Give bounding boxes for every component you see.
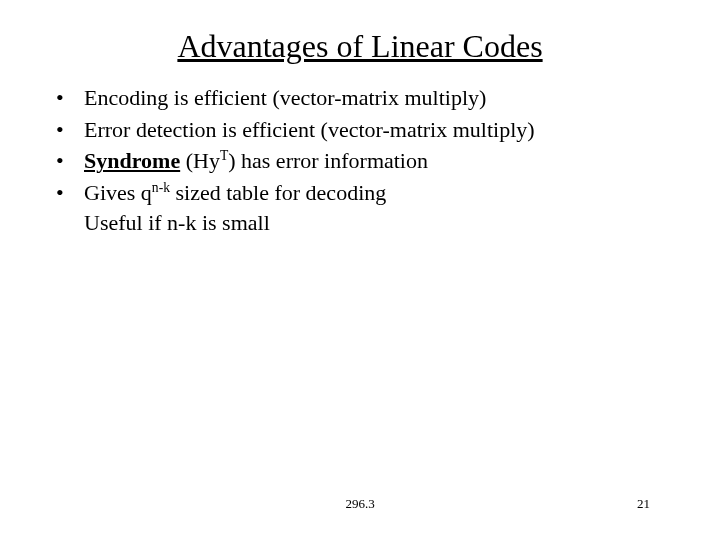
bullet-icon: • [56, 83, 64, 113]
slide-title: Advantages of Linear Codes [0, 0, 720, 65]
slide-body: • Encoding is efficient (vector-matrix m… [0, 65, 720, 237]
bullet-text: Encoding is efficient (vector-matrix mul… [84, 85, 486, 110]
list-item: • Gives qn-k sized table for decodingUse… [50, 178, 670, 237]
bullet-icon: • [56, 178, 64, 208]
superscript: n-k [152, 180, 170, 195]
bullet-icon: • [56, 146, 64, 176]
slide: Advantages of Linear Codes • Encoding is… [0, 0, 720, 540]
footer-center: 296.3 [0, 496, 720, 512]
bullet-text: Syndrome (HyT) has error information [84, 148, 428, 173]
bullet-list: • Encoding is efficient (vector-matrix m… [50, 83, 670, 237]
page-number: 21 [637, 496, 650, 512]
superscript: T [220, 148, 228, 163]
bullet-icon: • [56, 115, 64, 145]
syndrome-label: Syndrome [84, 148, 180, 173]
bullet-text: Gives qn-k sized table for decodingUsefu… [84, 180, 386, 235]
list-item: • Error detection is efficient (vector-m… [50, 115, 670, 145]
bullet-text: Error detection is efficient (vector-mat… [84, 117, 535, 142]
list-item: • Syndrome (HyT) has error information [50, 146, 670, 176]
list-item: • Encoding is efficient (vector-matrix m… [50, 83, 670, 113]
